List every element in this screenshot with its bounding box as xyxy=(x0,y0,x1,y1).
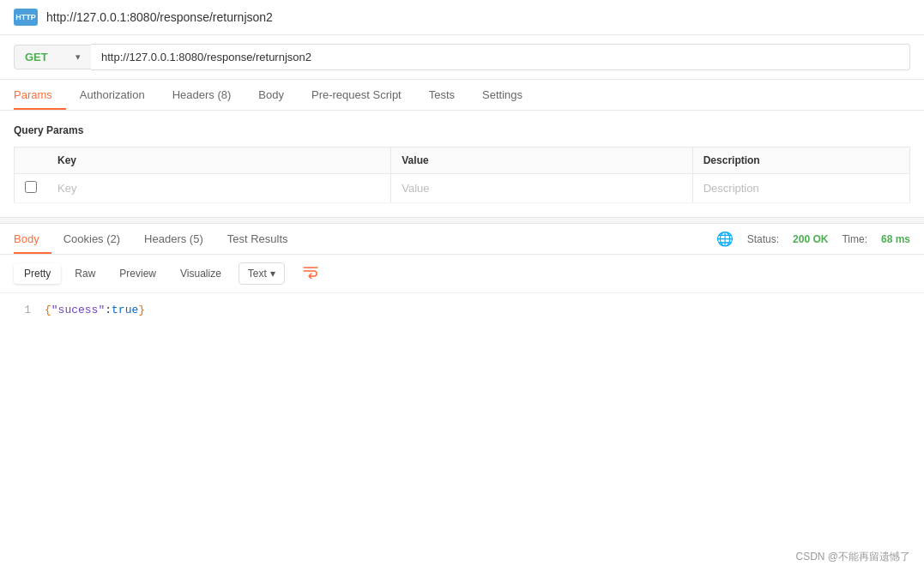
format-chevron-icon: ▾ xyxy=(270,268,275,280)
format-type-dropdown[interactable]: Text ▾ xyxy=(239,262,285,285)
section-divider xyxy=(0,217,924,224)
table-header-value: Value xyxy=(391,148,692,174)
request-tabs-bar: Params Authorization Headers (8) Body Pr… xyxy=(0,80,924,111)
method-selector[interactable]: GET ▾ xyxy=(14,45,91,69)
format-raw-button[interactable]: Raw xyxy=(64,263,106,284)
format-pretty-button[interactable]: Pretty xyxy=(14,263,61,284)
table-header-key: Key xyxy=(47,148,391,174)
code-area: 1 {"sucess":true} xyxy=(0,293,924,327)
method-label: GET xyxy=(25,51,48,63)
params-table: Key Value Description Key Value Descript… xyxy=(14,147,910,203)
tab-params[interactable]: Params xyxy=(14,80,66,110)
globe-icon: 🌐 xyxy=(716,231,734,247)
url-input[interactable] xyxy=(91,44,910,70)
table-header-checkbox xyxy=(15,148,48,174)
status-code: 200 OK xyxy=(793,233,828,245)
code-key: "sucess" xyxy=(51,304,105,316)
response-tab-headers[interactable]: Headers (5) xyxy=(132,224,215,254)
time-value: 68 ms xyxy=(881,233,910,245)
response-section: Body Cookies (2) Headers (5) Test Result… xyxy=(0,224,924,327)
response-tabs-left: Body Cookies (2) Headers (5) Test Result… xyxy=(14,224,300,254)
format-type-label: Text xyxy=(248,268,267,280)
tab-tests[interactable]: Tests xyxy=(415,80,468,110)
tab-authorization[interactable]: Authorization xyxy=(66,80,159,110)
query-params-title: Query Params xyxy=(14,124,910,136)
chevron-down-icon: ▾ xyxy=(75,51,81,63)
query-params-section: Query Params Key Value Description Key V… xyxy=(0,111,924,217)
response-tab-cookies[interactable]: Cookies (2) xyxy=(51,224,132,254)
response-tab-body[interactable]: Body xyxy=(14,224,51,254)
code-value: true xyxy=(112,304,138,316)
value-cell[interactable]: Value xyxy=(391,174,692,203)
time-label: Time: xyxy=(842,233,867,245)
url-bar: GET ▾ xyxy=(0,35,924,80)
tab-prerequest-script[interactable]: Pre-request Script xyxy=(298,80,415,110)
description-cell[interactable]: Description xyxy=(692,174,909,203)
tab-settings[interactable]: Settings xyxy=(468,80,536,110)
line-number-1: 1 xyxy=(24,304,31,316)
format-visualize-button[interactable]: Visualize xyxy=(170,263,232,284)
title-url: http://127.0.0.1:8080/response/returnjso… xyxy=(46,10,273,24)
response-tab-test-results[interactable]: Test Results xyxy=(215,224,300,254)
status-label: Status: xyxy=(747,233,779,245)
line-numbers: 1 xyxy=(14,304,31,316)
wrap-icon xyxy=(302,265,319,279)
response-tabs-bar: Body Cookies (2) Headers (5) Test Result… xyxy=(0,224,924,255)
title-bar: HTTP http://127.0.0.1:8080/response/retu… xyxy=(0,0,924,35)
table-header-description: Description xyxy=(692,148,909,174)
tab-body[interactable]: Body xyxy=(245,80,298,110)
wrap-lines-button[interactable] xyxy=(295,262,326,286)
table-row: Key Value Description xyxy=(15,174,910,203)
key-cell[interactable]: Key xyxy=(47,174,391,203)
format-bar: Pretty Raw Preview Visualize Text ▾ xyxy=(0,255,924,293)
code-colon: : xyxy=(105,304,112,316)
row-checkbox-cell xyxy=(15,174,48,203)
code-open-brace: { xyxy=(45,304,51,316)
format-preview-button[interactable]: Preview xyxy=(109,263,166,284)
tab-headers[interactable]: Headers (8) xyxy=(159,80,245,110)
code-close-brace: } xyxy=(138,304,145,316)
code-content: {"sucess":true} xyxy=(45,304,910,316)
response-status: 🌐 Status: 200 OK Time: 68 ms xyxy=(716,231,910,247)
table-header-row: Key Value Description xyxy=(15,148,910,174)
http-icon: HTTP xyxy=(14,9,38,26)
row-checkbox[interactable] xyxy=(25,181,37,193)
